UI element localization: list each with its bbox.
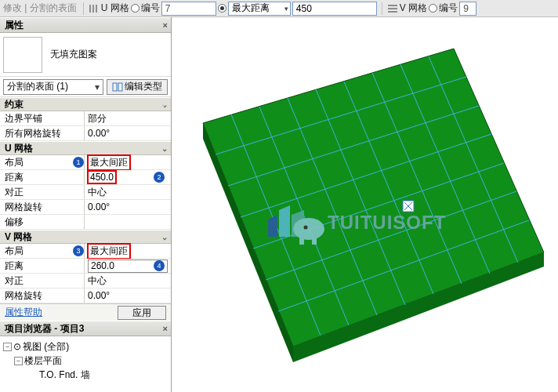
pattern-name: 无填充图案 (50, 48, 97, 61)
v-grid-icon (387, 3, 398, 14)
v-rotation-label: 网格旋转 (0, 289, 85, 303)
tree-circle-icon: ⊙ (13, 341, 21, 352)
edit-type-label: 编辑类型 (125, 80, 162, 93)
u-offset-label: 偏移 (0, 215, 85, 229)
section-u-grid[interactable]: U 网格⌄ (0, 141, 171, 155)
u-dist-radio[interactable] (218, 4, 226, 13)
properties-title-text: 属性 (5, 19, 24, 32)
svg-marker-8 (203, 49, 544, 347)
v-grid-label: V 网格 (400, 2, 427, 15)
tree-expand-icon[interactable]: − (14, 357, 23, 365)
u-distance-label: 距离 (0, 170, 85, 184)
svg-rect-7 (118, 83, 122, 91)
u-rotation-value[interactable]: 0.00° (85, 200, 171, 214)
tree-expand-icon[interactable]: − (3, 343, 12, 351)
all-rotation-value[interactable]: 0.00° (85, 126, 171, 140)
u-num-input[interactable] (161, 2, 216, 16)
annotation-badge-2: 2 (154, 172, 165, 183)
u-grid-label: U 网格 (101, 2, 129, 15)
tree-views[interactable]: 视图 (全部) (23, 340, 69, 354)
num-label-u: 编号 (141, 2, 160, 15)
u-layout-label: 布局 (0, 155, 85, 169)
border-tile-value[interactable]: 部分 (85, 111, 171, 125)
all-rotation-label: 所有网格旋转 (0, 126, 85, 140)
u-offset-value[interactable] (85, 215, 171, 229)
num-label-v: 编号 (439, 2, 458, 15)
tree-floor-plan[interactable]: 楼层平面 (24, 354, 62, 368)
annotation-badge-4: 4 (154, 260, 165, 271)
apply-button[interactable]: 应用 (118, 306, 166, 320)
left-panel: 属性 × 无填充图案 分割的表面 (1) 编辑类型 约束⌄⌄ 边界平铺部分 所有… (0, 17, 172, 392)
u-align-label: 对正 (0, 185, 85, 199)
svg-rect-6 (113, 83, 117, 91)
properties-help-link[interactable]: 属性帮助 (5, 306, 42, 319)
u-layout-value[interactable]: 最大间距 (85, 155, 171, 169)
v-distance-label: 距离 (0, 259, 85, 273)
tree-tofnd[interactable]: T.O. Fnd. 墙 (39, 368, 90, 382)
annotation-badge-3: 3 (73, 245, 84, 256)
u-dist-input[interactable] (292, 2, 377, 16)
section-v-grid[interactable]: V 网格⌄ (0, 230, 171, 244)
v-num-input[interactable] (459, 2, 476, 16)
project-browser-text: 项目浏览器 - 项目3 (5, 322, 84, 336)
v-align-value[interactable]: 中心 (85, 274, 171, 288)
u-align-value[interactable]: 中心 (85, 185, 171, 199)
close-icon[interactable]: × (163, 20, 168, 30)
u-dist-dropdown[interactable]: 最大距离 (228, 2, 291, 16)
project-browser-tree[interactable]: −⊙ 视图 (全部) − 楼层平面 T.O. Fnd. 墙 (0, 336, 171, 392)
u-rotation-label: 网格旋转 (0, 200, 85, 214)
options-bar: 修改 | 分割的表面 U 网格 编号 最大距离 V 网格 编号 (0, 0, 558, 17)
v-num-radio[interactable] (429, 4, 437, 13)
v-align-label: 对正 (0, 274, 85, 288)
pattern-thumbnail[interactable] (3, 37, 42, 73)
v-layout-label: 布局 (0, 244, 85, 258)
annotation-badge-1: 1 (73, 157, 84, 168)
v-layout-value[interactable]: 最大间距 (85, 244, 171, 258)
section-constraints[interactable]: 约束⌄⌄ (0, 97, 171, 111)
type-selector-dropdown[interactable]: 分割的表面 (1) (3, 79, 103, 95)
u-grid-icon (89, 3, 100, 14)
border-tile-label: 边界平铺 (0, 111, 85, 125)
project-browser-title: 项目浏览器 - 项目3 × (0, 321, 171, 336)
v-rotation-value[interactable]: 0.00° (85, 289, 171, 303)
edit-type-button[interactable]: 编辑类型 (107, 79, 168, 95)
properties-panel-title: 属性 × (0, 17, 171, 33)
type-preview-row: 无填充图案 (0, 33, 171, 77)
close-icon[interactable]: × (163, 324, 168, 333)
modify-label: 修改 | 分割的表面 (3, 2, 77, 15)
3d-viewport[interactable]: TUITUISOFT (172, 17, 558, 392)
u-num-radio[interactable] (131, 4, 140, 13)
edit-type-icon (112, 82, 123, 93)
divided-surface-model (172, 17, 558, 392)
